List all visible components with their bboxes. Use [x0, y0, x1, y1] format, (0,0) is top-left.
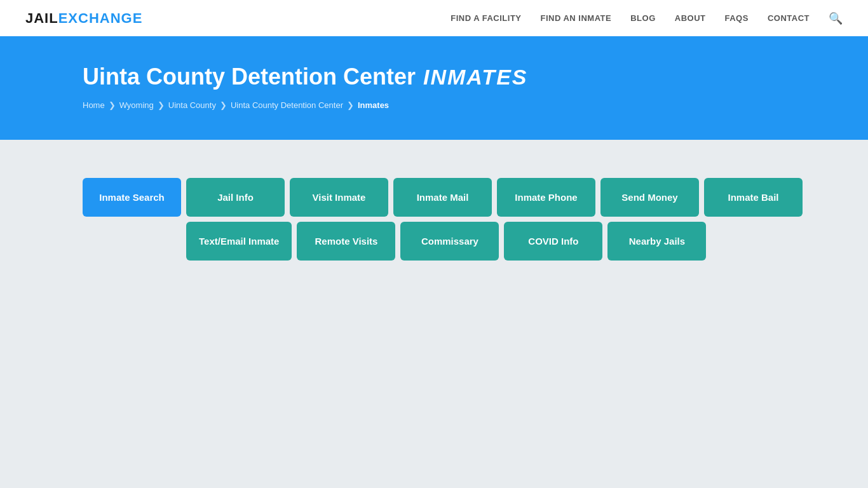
button-inmate-phone[interactable]: Inmate Phone	[497, 178, 595, 217]
breadcrumb-detention-center[interactable]: Uinta County Detention Center	[231, 100, 343, 110]
nav-contact[interactable]: CONTACT	[768, 13, 810, 23]
navigation-buttons: Inmate Search Jail Info Visit Inmate Inm…	[83, 178, 782, 261]
buttons-row-1: Inmate Search Jail Info Visit Inmate Inm…	[83, 178, 782, 217]
nav-find-facility[interactable]: FIND A FACILITY	[451, 13, 521, 23]
breadcrumb-home[interactable]: Home	[83, 100, 105, 110]
button-send-money[interactable]: Send Money	[600, 178, 699, 217]
nav-find-inmate[interactable]: FIND AN INMATE	[541, 13, 612, 23]
search-icon[interactable]: 🔍	[829, 11, 843, 25]
page-title-main: Uinta County Detention Center	[83, 64, 416, 90]
buttons-row-2: Text/Email Inmate Remote Visits Commissa…	[83, 222, 782, 261]
nav-about[interactable]: ABOUT	[675, 13, 706, 23]
breadcrumb-sep-4: ❯	[347, 100, 354, 110]
breadcrumb-wyoming[interactable]: Wyoming	[119, 100, 154, 110]
button-nearby-jails[interactable]: Nearby Jails	[607, 222, 706, 261]
breadcrumb-sep-1: ❯	[109, 100, 116, 110]
logo-exchange-text: EXCHANGE	[58, 10, 143, 27]
button-inmate-bail[interactable]: Inmate Bail	[704, 178, 803, 217]
page-title-italic: INMATES	[423, 65, 527, 90]
button-covid-info[interactable]: COVID Info	[504, 222, 602, 261]
breadcrumb: Home ❯ Wyoming ❯ Uinta County ❯ Uinta Co…	[83, 100, 843, 110]
nav-faqs[interactable]: FAQs	[725, 13, 749, 23]
page-title: Uinta County Detention Center INMATES	[83, 64, 843, 90]
breadcrumb-sep-2: ❯	[158, 100, 165, 110]
breadcrumb-uinta-county[interactable]: Uinta County	[168, 100, 216, 110]
button-remote-visits[interactable]: Remote Visits	[297, 222, 395, 261]
breadcrumb-sep-3: ❯	[220, 100, 227, 110]
site-header: JAIL EXCHANGE FIND A FACILITY FIND AN IN…	[0, 0, 868, 38]
logo-jail-text: JAIL	[25, 10, 58, 27]
button-text-email-inmate[interactable]: Text/Email Inmate	[186, 222, 292, 261]
button-jail-info[interactable]: Jail Info	[186, 178, 285, 217]
button-inmate-mail[interactable]: Inmate Mail	[393, 178, 492, 217]
button-inmate-search[interactable]: Inmate Search	[83, 178, 181, 217]
breadcrumb-current: Inmates	[358, 100, 389, 110]
site-logo[interactable]: JAIL EXCHANGE	[25, 10, 142, 27]
hero-section: Uinta County Detention Center INMATES Ho…	[0, 38, 868, 140]
main-nav: FIND A FACILITY FIND AN INMATE BLOG ABOU…	[451, 11, 843, 25]
button-commissary[interactable]: Commissary	[400, 222, 499, 261]
nav-blog[interactable]: BLOG	[630, 13, 656, 23]
main-content: Inmate Search Jail Info Visit Inmate Inm…	[0, 140, 868, 407]
button-visit-inmate[interactable]: Visit Inmate	[290, 178, 388, 217]
